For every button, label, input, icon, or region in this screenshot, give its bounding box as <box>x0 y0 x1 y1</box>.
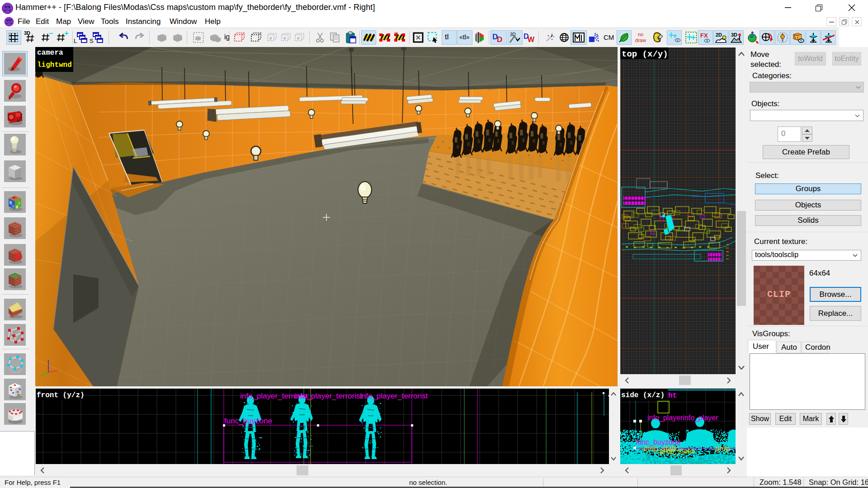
svg-text:prop_static: prop_static <box>660 447 695 455</box>
svg-text:prop: prop <box>715 445 730 452</box>
svg-text:a: a <box>283 36 286 40</box>
svg-text:info_playerinfo_player: info_playerinfo_player <box>647 414 718 422</box>
svg-text:D: D <box>497 35 502 43</box>
svg-text:2D: 2D <box>716 32 722 38</box>
svg-text:info_player_terrorist: info_player_terrorist <box>294 392 363 400</box>
svg-text:front (y/z): front (y/z) <box>37 391 85 399</box>
svg-text:lightwnd: lightwnd <box>37 61 72 69</box>
svg-text:a: a <box>297 36 299 40</box>
svg-text:func_buyzone: func_buyzone <box>224 417 272 425</box>
svg-text:info_player_terrorist: info_player_terrorist <box>360 392 428 400</box>
svg-text:ht: ht <box>668 392 677 400</box>
svg-text:side (x/z): side (x/z) <box>621 391 665 399</box>
svg-text:top (x/y): top (x/y) <box>622 49 668 59</box>
svg-text:camera: camera <box>37 49 63 57</box>
svg-text:W: W <box>528 36 535 43</box>
svg-text:T: T <box>795 35 798 40</box>
svg-text:3D: 3D <box>731 32 737 38</box>
svg-text:a: a <box>269 36 272 40</box>
